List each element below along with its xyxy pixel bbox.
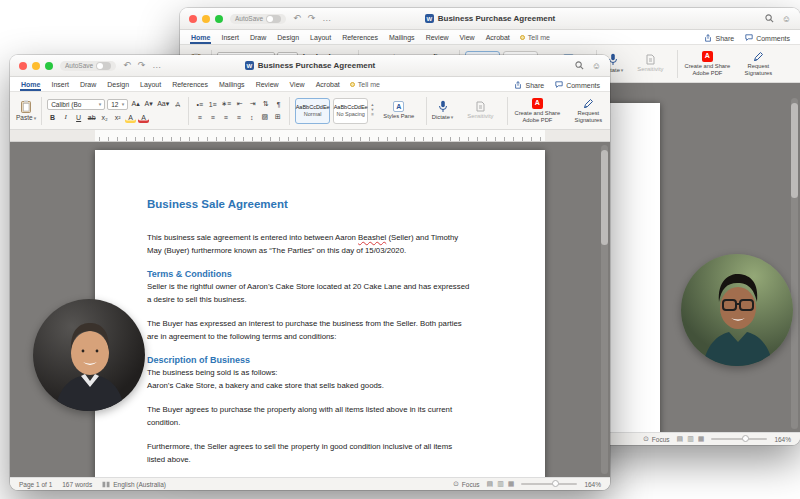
align-center-button[interactable]: ≡ [207, 112, 218, 123]
outdent-button[interactable]: ⇤ [234, 99, 245, 110]
shading-button[interactable]: ▨ [259, 112, 270, 123]
superscript-button[interactable]: x² [112, 112, 123, 123]
close-button[interactable] [19, 62, 27, 70]
styles-gallery-icon[interactable]: ≡ [371, 113, 374, 118]
tab-home[interactable]: Home [20, 79, 41, 91]
fullscreen-button[interactable] [45, 62, 53, 70]
tab-mailings[interactable]: Mailings [388, 32, 416, 44]
more-icon[interactable]: … [322, 14, 331, 23]
tab-insert[interactable]: Insert [50, 79, 70, 91]
zoom-slider[interactable] [711, 438, 767, 440]
undo-icon[interactable]: ↶ [123, 61, 131, 70]
sensitivity-button[interactable]: Sensitivity [628, 54, 672, 73]
show-paragraph-marks-button[interactable]: ¶ [273, 99, 284, 110]
tab-references[interactable]: References [341, 32, 379, 44]
tab-design[interactable]: Design [276, 32, 300, 44]
tab-layout[interactable]: Layout [139, 79, 162, 91]
zoom-slider-knob[interactable] [742, 435, 749, 442]
clear-formatting-button[interactable]: A [172, 99, 183, 110]
tab-design[interactable]: Design [106, 79, 130, 91]
tab-references[interactable]: References [171, 79, 209, 91]
style-no-spacing[interactable]: AaBbCcDdEe No Spacing [333, 98, 368, 124]
grow-font-button[interactable]: A▴ [130, 99, 141, 110]
page-count[interactable]: Page 1 of 1 [19, 481, 52, 488]
scrollbar-thumb[interactable] [601, 150, 608, 245]
tab-draw[interactable]: Draw [249, 32, 267, 44]
zoom-level[interactable]: 164% [584, 481, 601, 488]
autosave-toggle[interactable]: AutoSave [60, 61, 116, 71]
request-signatures-button[interactable]: Request Signatures [566, 98, 610, 123]
autosave-toggle[interactable]: AutoSave [230, 14, 286, 24]
print-layout-view-icon[interactable]: ▤ [487, 480, 494, 488]
highlight-color-button[interactable]: A [125, 112, 136, 123]
tab-view[interactable]: View [289, 79, 306, 91]
web-layout-view-icon[interactable]: ▥ [687, 435, 694, 443]
paste-button[interactable]: Paste▾ [16, 100, 36, 121]
feedback-smiley-icon[interactable]: ☺ [782, 14, 791, 24]
sort-button[interactable]: ⇅ [260, 99, 271, 110]
outline-view-icon[interactable]: ▦ [508, 480, 515, 488]
share-button[interactable]: Share [704, 34, 734, 42]
align-right-button[interactable]: ≡ [220, 112, 231, 123]
tell-me-button[interactable]: Tell me [350, 81, 380, 91]
align-left-button[interactable]: ≡ [194, 112, 205, 123]
subscript-button[interactable]: x₂ [99, 112, 110, 123]
numbering-button[interactable]: 1≡ [207, 99, 218, 110]
indent-button[interactable]: ⇥ [247, 99, 258, 110]
zoom-slider-knob[interactable] [552, 480, 559, 487]
create-share-adobe-pdf-button[interactable]: A Create and Share Adobe PDF [683, 51, 731, 76]
focus-toggle[interactable]: ⊙ Focus [453, 480, 480, 488]
vertical-scrollbar[interactable] [601, 145, 608, 474]
multilevel-list-button[interactable]: ∗≡ [220, 99, 232, 110]
dictate-button[interactable]: Dictate▾ [432, 100, 454, 121]
tab-acrobat[interactable]: Acrobat [485, 32, 511, 44]
fullscreen-button[interactable] [215, 15, 223, 23]
sensitivity-button[interactable]: Sensitivity [458, 101, 502, 120]
vertical-scrollbar[interactable] [791, 98, 798, 429]
tab-mailings[interactable]: Mailings [218, 79, 246, 91]
search-icon[interactable] [765, 14, 774, 23]
style-normal[interactable]: AaBbCcDdEe Normal [295, 98, 330, 124]
search-icon[interactable] [575, 61, 584, 70]
tab-home[interactable]: Home [190, 32, 211, 44]
tab-review[interactable]: Review [255, 79, 280, 91]
strikethrough-button[interactable]: ab [86, 112, 97, 123]
language-indicator[interactable]: English (Australia) [102, 481, 166, 488]
zoom-slider[interactable] [521, 483, 577, 485]
styles-scroll[interactable]: ▴ ▾ ≡ [371, 103, 374, 118]
change-case-button[interactable]: Aa▾ [156, 99, 170, 110]
minimize-button[interactable] [202, 15, 210, 23]
more-icon[interactable]: … [152, 61, 161, 70]
redo-icon[interactable]: ↷ [308, 14, 316, 23]
share-button[interactable]: Share [514, 81, 544, 89]
tab-review[interactable]: Review [425, 32, 450, 44]
underline-button[interactable]: U [73, 112, 84, 123]
request-signatures-button[interactable]: Request Signatures [736, 51, 780, 76]
undo-icon[interactable]: ↶ [293, 14, 301, 23]
comments-button[interactable]: Comments [745, 34, 790, 42]
justify-button[interactable]: ≡ [233, 112, 244, 123]
font-size-select[interactable]: 12▾ [107, 99, 128, 110]
bold-button[interactable]: B [47, 112, 58, 123]
font-name-select[interactable]: Calibri (Bo▾ [47, 99, 105, 110]
close-button[interactable] [189, 15, 197, 23]
borders-button[interactable]: ⊞ [272, 112, 283, 123]
tab-draw[interactable]: Draw [79, 79, 97, 91]
comments-button[interactable]: Comments [555, 81, 600, 89]
shrink-font-button[interactable]: A▾ [143, 99, 154, 110]
minimize-button[interactable] [32, 62, 40, 70]
tab-view[interactable]: View [459, 32, 476, 44]
styles-pane-button[interactable]: A Styles Pane [377, 101, 421, 120]
redo-icon[interactable]: ↷ [138, 61, 146, 70]
outline-view-icon[interactable]: ▦ [698, 435, 705, 443]
zoom-level[interactable]: 164% [774, 436, 791, 443]
line-spacing-button[interactable]: ↕ [246, 112, 257, 123]
bullets-button[interactable]: •≡ [194, 99, 205, 110]
tab-acrobat[interactable]: Acrobat [315, 79, 341, 91]
web-layout-view-icon[interactable]: ▥ [497, 480, 504, 488]
font-color-button[interactable]: A [138, 112, 149, 123]
tab-layout[interactable]: Layout [309, 32, 332, 44]
tab-insert[interactable]: Insert [220, 32, 240, 44]
focus-toggle[interactable]: ⊙ Focus [643, 435, 670, 443]
scrollbar-thumb[interactable] [791, 103, 798, 198]
